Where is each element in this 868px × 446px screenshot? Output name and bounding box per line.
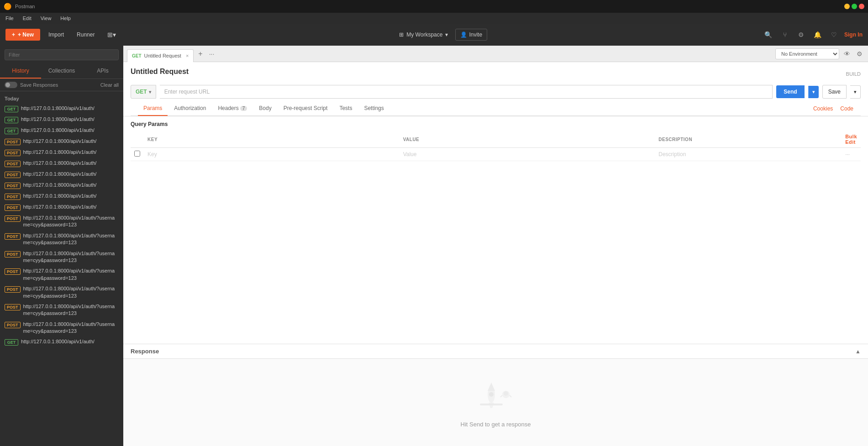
tab-headers[interactable]: Headers7 xyxy=(212,101,253,116)
close-button[interactable] xyxy=(859,4,864,9)
list-item[interactable]: POST http://127.0.0.1:8000/api/v1/auth/?… xyxy=(0,248,123,266)
notifications-bell-icon-button[interactable]: 🔔 xyxy=(811,28,824,41)
method-badge: POST xyxy=(5,139,21,145)
tab-collections[interactable]: Collections xyxy=(41,64,82,79)
menu-help[interactable]: Help xyxy=(58,15,73,22)
list-item[interactable]: POST http://127.0.0.1:8000/api/v1/auth/ xyxy=(0,147,123,158)
rocket-illustration xyxy=(473,377,519,414)
workspace-name: My Workspace xyxy=(406,31,442,38)
sidebar-tabs: History Collections APIs xyxy=(0,64,123,79)
code-link[interactable]: Code xyxy=(840,105,853,112)
search-icon-button[interactable]: 🔍 xyxy=(762,28,775,41)
svg-line-8 xyxy=(510,395,511,397)
col-description-header: DESCRIPTION xyxy=(655,131,842,148)
environment-selector[interactable]: No Environment xyxy=(775,48,839,59)
list-item[interactable]: POST http://127.0.0.1:8000/api/v1/auth/ xyxy=(0,136,123,147)
title-bar: 🟠 Postman xyxy=(0,0,868,13)
list-item[interactable]: POST http://127.0.0.1:8000/api/v1/auth/ xyxy=(0,191,123,202)
main-content: GET Untitled Request × + ··· No Environm… xyxy=(123,46,868,446)
list-item[interactable]: GET http://127.0.0.1:8000/api/v1/auth/ xyxy=(0,114,123,125)
workspace-selector[interactable]: ⊞ My Workspace ▾ xyxy=(395,30,452,40)
description-input[interactable] xyxy=(658,151,838,157)
list-item[interactable]: POST http://127.0.0.1:8000/api/v1/auth/?… xyxy=(0,231,123,248)
response-chevron-icon[interactable]: ▲ xyxy=(855,348,861,355)
sidebar-toolbar: Save Responses Clear all xyxy=(0,79,123,91)
tab-body[interactable]: Body xyxy=(253,101,277,116)
headers-count-badge: 7 xyxy=(240,106,247,111)
response-title: Response xyxy=(131,348,159,355)
history-url: http://127.0.0.1:8000/api/v1/auth/ xyxy=(21,105,95,112)
method-selector[interactable]: GET ▾ xyxy=(131,85,156,99)
tab-params[interactable]: Params xyxy=(138,101,168,116)
tab-authorization[interactable]: Authorization xyxy=(168,101,211,116)
invite-button[interactable]: 👤 Invite xyxy=(455,29,487,41)
more-tabs-button[interactable]: ··· xyxy=(207,50,216,58)
tab-tests[interactable]: Tests xyxy=(334,101,358,116)
send-button[interactable]: Send xyxy=(776,85,804,98)
list-item[interactable]: POST http://127.0.0.1:8000/api/v1/auth/ xyxy=(0,158,123,169)
list-item[interactable]: POST http://127.0.0.1:8000/api/v1/auth/ xyxy=(0,202,123,213)
runner-button[interactable]: Runner xyxy=(72,29,99,41)
layout-button[interactable]: ⊞▾ xyxy=(103,28,121,41)
eye-icon-button[interactable]: 👁 xyxy=(842,49,852,58)
url-input[interactable] xyxy=(160,85,773,99)
tab-pre-request-script[interactable]: Pre-request Script xyxy=(278,101,333,116)
list-item[interactable]: POST http://127.0.0.1:8000/api/v1/auth/?… xyxy=(0,283,123,301)
menu-view[interactable]: View xyxy=(39,15,53,22)
row-key-cell xyxy=(144,148,400,161)
menu-edit[interactable]: Edit xyxy=(21,15,33,22)
maximize-button[interactable] xyxy=(852,4,857,9)
request-tabs-bar: GET Untitled Request × + ··· No Environm… xyxy=(123,46,868,62)
active-request-tab[interactable]: GET Untitled Request × xyxy=(127,49,194,62)
settings-gear-icon-button[interactable]: ⚙ xyxy=(795,28,808,41)
value-input[interactable] xyxy=(403,151,652,157)
add-tab-button[interactable]: + xyxy=(195,50,205,58)
list-item[interactable]: POST http://127.0.0.1:8000/api/v1/auth/ xyxy=(0,180,123,191)
save-responses-label: Save Responses xyxy=(20,82,58,88)
new-button[interactable]: + + New xyxy=(5,29,40,41)
tab-history[interactable]: History xyxy=(0,64,41,79)
row-checkbox[interactable] xyxy=(134,151,140,157)
method-badge: POST xyxy=(5,215,21,222)
table-row: ··· xyxy=(131,148,861,161)
sidebar-search-container xyxy=(0,46,123,64)
manage-env-icon-button[interactable]: ⚙ xyxy=(855,49,864,58)
heart-icon-button[interactable]: ♡ xyxy=(828,28,841,41)
save-button[interactable]: Save xyxy=(822,85,847,99)
fork-icon-button[interactable]: ⑂ xyxy=(779,28,791,41)
cookies-link[interactable]: Cookies xyxy=(813,105,833,112)
key-input[interactable] xyxy=(147,151,396,157)
save-responses-toggle[interactable] xyxy=(5,82,17,88)
sign-in-button[interactable]: Sign In xyxy=(844,31,863,38)
bulk-edit-link[interactable]: Bulk Edit xyxy=(845,134,857,145)
tab-settings[interactable]: Settings xyxy=(358,101,389,116)
list-item[interactable]: POST http://127.0.0.1:8000/api/v1/auth/ xyxy=(0,169,123,180)
method-badge: POST xyxy=(5,233,21,240)
list-item[interactable]: GET http://127.0.0.1:8000/api/v1/auth/ xyxy=(0,103,123,114)
list-item[interactable]: GET http://127.0.0.1:8000/api/v1/auth/ xyxy=(0,336,123,347)
tab-apis[interactable]: APIs xyxy=(82,64,123,79)
response-empty-state: Hit Send to get a response xyxy=(123,359,868,446)
list-item[interactable]: POST http://127.0.0.1:8000/api/v1/auth/?… xyxy=(0,266,123,283)
tab-close-icon[interactable]: × xyxy=(186,53,189,58)
clear-all-button[interactable]: Clear all xyxy=(100,82,119,88)
request-sub-tabs: Params Authorization Headers7 Body Pre-r… xyxy=(131,101,861,116)
minimize-button[interactable] xyxy=(844,4,850,9)
list-item[interactable]: POST http://127.0.0.1:8000/api/v1/auth/?… xyxy=(0,301,123,319)
col-actions-header: Bulk Edit xyxy=(842,131,861,148)
sidebar-filter-input[interactable] xyxy=(5,49,119,60)
app-title: Postman xyxy=(15,4,35,9)
method-badge: GET xyxy=(5,128,18,134)
workspace-arrow-icon: ▾ xyxy=(445,31,448,38)
list-item[interactable]: GET http://127.0.0.1:8000/api/v1/auth/ xyxy=(0,125,123,136)
menu-file[interactable]: File xyxy=(4,15,16,22)
method-badge: POST xyxy=(5,161,21,167)
col-key-header: KEY xyxy=(144,131,400,148)
list-item[interactable]: POST http://127.0.0.1:8000/api/v1/auth/?… xyxy=(0,319,123,337)
row-more-icon[interactable]: ··· xyxy=(845,151,850,157)
save-dropdown-button[interactable]: ▾ xyxy=(850,85,861,99)
method-badge: POST xyxy=(5,183,21,189)
import-button[interactable]: Import xyxy=(44,29,68,41)
list-item[interactable]: POST http://127.0.0.1:8000/api/v1/auth/?… xyxy=(0,213,123,231)
send-dropdown-button[interactable]: ▾ xyxy=(808,86,819,98)
